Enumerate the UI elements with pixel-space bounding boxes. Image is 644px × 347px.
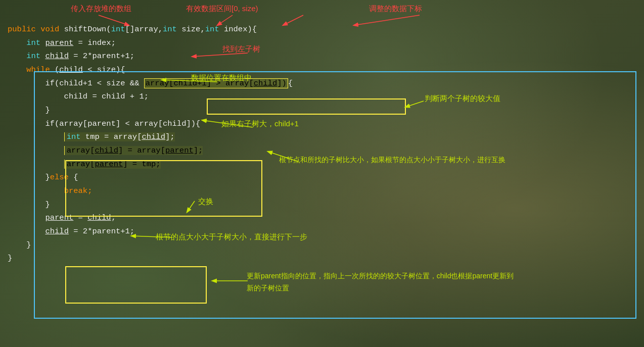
annotation-6: 判断两个子树的较大值	[425, 94, 500, 104]
annotation-7: 如果右子树大，child+1	[221, 119, 299, 129]
code-block: public void shiftDown(int[]array,int siz…	[8, 23, 293, 265]
code-line-11: array[parent] = tmp;	[8, 158, 293, 171]
svg-line-7	[354, 15, 420, 25]
content-layer: public void shiftDown(int[]array,int siz…	[0, 0, 644, 347]
annotation-12: 新的子树位置	[247, 284, 289, 293]
code-line-9: int tmp = array[child];	[8, 130, 293, 144]
code-line-13: break;	[8, 184, 293, 198]
svg-line-10	[405, 101, 424, 107]
code-line-15: parent = child;	[8, 211, 293, 225]
annotation-4: 找到左子树	[222, 44, 260, 54]
annotation-3: 调整的数据下标	[369, 4, 422, 14]
annotation-1: 传入存放堆的数组	[71, 4, 131, 14]
annotation-9: 交换	[198, 197, 213, 207]
svg-rect-3	[66, 267, 206, 303]
code-line-1: public void shiftDown(int[]array,int siz…	[8, 23, 293, 36]
annotation-2: 有效数据区间[0, size)	[186, 4, 258, 14]
code-line-14: }	[8, 198, 293, 212]
code-line-12: }else {	[8, 171, 293, 184]
annotation-11: 更新parent指向的位置，指向上一次所找的的较大子树位置，child也根据pa…	[247, 272, 514, 281]
code-line-7: }	[8, 104, 293, 117]
annotation-10: 根节的点大小大于子树大小，直接进行下一步	[156, 232, 307, 242]
code-line-10: array[child] = array[parent];	[8, 144, 293, 158]
code-line-18: }	[8, 252, 293, 265]
annotation-5: 数据位置在数组中	[191, 73, 252, 83]
annotation-8: 根节点和所找的子树比大小，如果根节的点大小小于子树大小，进行互换	[279, 156, 505, 165]
code-line-6: child = child + 1;	[8, 90, 293, 104]
